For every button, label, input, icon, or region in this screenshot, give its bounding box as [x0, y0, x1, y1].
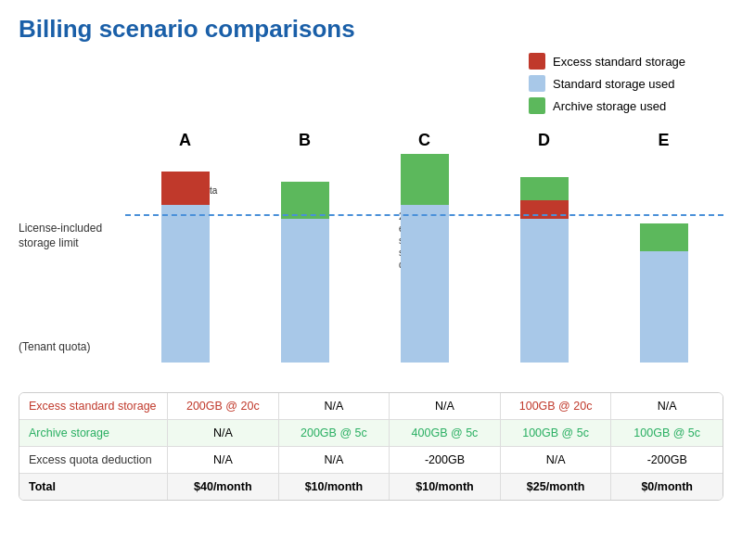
chart-area: License-includedstorage limit (Tenant qu…: [19, 121, 723, 381]
cell-archive-A: N/A: [168, 420, 279, 446]
legend: Excess standard storage Standard storage…: [529, 53, 723, 114]
row-label-excess: Excess standard storage: [19, 393, 168, 419]
archive-segment-D: [520, 177, 569, 200]
row-label-archive: Archive storage: [19, 420, 168, 446]
legend-label-excess: Excess standard storage: [553, 55, 685, 69]
cell-total-E: $0/month: [611, 474, 723, 500]
bar-stack-B: [281, 182, 329, 363]
page-title: Billing scenario comparisons: [19, 15, 723, 44]
bar-col-C: C 200 GBexcessstandardstoragequota: [365, 121, 484, 381]
cell-deduction-B: N/A: [279, 447, 390, 473]
bar-col-A: A 200 GBover quota: [125, 121, 245, 381]
legend-color-archive: [529, 97, 545, 114]
cell-total-B: $10/month: [279, 474, 390, 500]
standard-segment-E: [640, 251, 688, 363]
bar-stack-E: [640, 223, 688, 363]
cell-total-A: $40/month: [168, 474, 279, 500]
cell-total-D: $25/month: [501, 474, 612, 500]
y-axis: License-includedstorage limit (Tenant qu…: [19, 121, 125, 381]
bar-col-B: B: [245, 121, 365, 381]
cell-deduction-D: N/A: [501, 447, 612, 473]
bar-label-E: E: [658, 131, 669, 150]
legend-color-standard: [529, 75, 545, 92]
bar-stack-A: [161, 172, 210, 363]
table-row-archive: Archive storage N/A 200GB @ 5c 400GB @ 5…: [19, 420, 723, 447]
archive-segment-B: [281, 182, 329, 219]
chart-body: A 200 GBover quota B: [125, 121, 723, 381]
bar-stack-D: [520, 177, 569, 363]
standard-segment-C: [401, 205, 449, 363]
legend-item-excess: Excess standard storage: [529, 53, 723, 70]
table-row-deduction: Excess quota deduction N/A N/A -200GB N/…: [19, 447, 723, 474]
legend-item-archive: Archive storage used: [529, 97, 723, 114]
y-label-tenant-quota: (Tenant quota): [19, 340, 118, 355]
bar-label-C: C: [418, 131, 430, 150]
cell-deduction-E: -200GB: [611, 447, 723, 473]
cell-excess-A: 200GB @ 20c: [168, 393, 279, 419]
bar-label-A: A: [179, 131, 191, 150]
legend-label-archive: Archive storage used: [553, 99, 666, 113]
excess-segment-D: [520, 200, 569, 219]
standard-segment-D: [520, 219, 569, 363]
cell-archive-B: 200GB @ 5c: [279, 420, 390, 446]
bar-label-D: D: [538, 131, 550, 150]
cell-excess-D: 100GB @ 20c: [501, 393, 612, 419]
bar-col-E: E: [604, 121, 723, 381]
cell-excess-B: N/A: [279, 393, 390, 419]
bar-col-D: D: [484, 121, 604, 381]
legend-color-excess: [529, 53, 545, 70]
legend-item-standard: Standard storage used: [529, 75, 723, 92]
y-label-storage-limit: License-includedstorage limit: [19, 222, 118, 250]
cell-deduction-A: N/A: [168, 447, 279, 473]
cell-total-C: $10/month: [390, 474, 501, 500]
archive-segment-C: [401, 154, 449, 205]
row-label-total: Total: [19, 474, 168, 500]
bars-container: A 200 GBover quota B: [125, 121, 723, 381]
cell-archive-C: 400GB @ 5c: [390, 420, 501, 446]
cell-excess-C: N/A: [390, 393, 501, 419]
bar-label-B: B: [299, 131, 311, 150]
legend-label-standard: Standard storage used: [553, 77, 675, 91]
quota-line: [125, 214, 723, 216]
cell-archive-D: 100GB @ 5c: [501, 420, 612, 446]
table-row-total: Total $40/month $10/month $10/month $25/…: [19, 474, 723, 500]
row-label-deduction: Excess quota deduction: [19, 447, 168, 473]
cell-excess-E: N/A: [611, 393, 723, 419]
archive-segment-E: [640, 223, 688, 251]
standard-segment-B: [281, 219, 329, 363]
excess-segment-A: [161, 172, 210, 205]
bar-stack-C: [401, 154, 449, 363]
table-row-excess: Excess standard storage 200GB @ 20c N/A …: [19, 393, 723, 420]
cell-deduction-C: -200GB: [390, 447, 501, 473]
cell-archive-E: 100GB @ 5c: [611, 420, 723, 446]
standard-segment-A: [161, 205, 210, 363]
billing-table: Excess standard storage 200GB @ 20c N/A …: [19, 392, 723, 501]
